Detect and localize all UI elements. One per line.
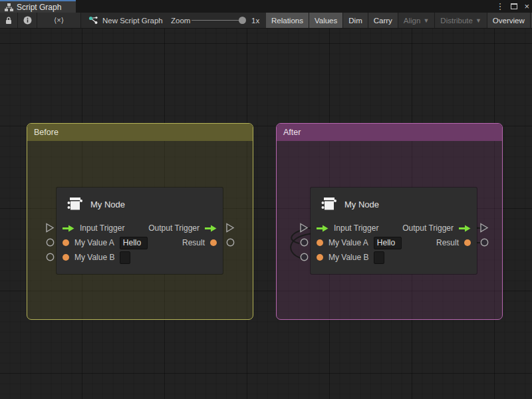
dim-toggle[interactable]: Dim (343, 13, 368, 28)
group-before-header[interactable]: Before (27, 124, 253, 141)
external-flow-port[interactable] (45, 223, 55, 233)
zoom-slider-handle[interactable] (239, 17, 246, 24)
value-b-field[interactable] (374, 251, 384, 264)
zoom-label: Zoom (171, 13, 190, 28)
value-input-port[interactable] (63, 254, 69, 261)
code-view-button[interactable]: ⟨×⟩ (37, 13, 81, 28)
value-input-port[interactable] (63, 239, 69, 246)
external-value-port[interactable] (480, 238, 489, 247)
external-flow-port[interactable] (299, 223, 309, 233)
window-menu-button[interactable]: ⋮ (495, 0, 504, 13)
script-graph-icon (88, 16, 98, 25)
graph-toolbar: ⟨×⟩ New Script Graph Zoom 1x Relations V… (0, 13, 532, 29)
external-value-port[interactable] (46, 253, 55, 261)
graph-name-label: New Script Graph (88, 13, 163, 28)
overview-button[interactable]: Overview (487, 13, 531, 28)
graph-name: New Script Graph (102, 17, 163, 25)
external-value-port[interactable] (300, 238, 309, 247)
toolbar-toggles: Relations Values Dim Carry Align ▼ Distr… (266, 13, 532, 28)
flow-output-port[interactable] (205, 225, 217, 232)
value-input-port[interactable] (317, 239, 323, 246)
node-title: My Node (344, 200, 379, 209)
values-toggle[interactable]: Values (309, 13, 343, 28)
group-after-header[interactable]: After (277, 124, 502, 141)
unit-node-icon (320, 196, 338, 213)
value-output-port[interactable] (464, 239, 471, 246)
flow-input-port[interactable] (317, 225, 329, 232)
lock-button[interactable] (0, 13, 18, 28)
lock-icon (5, 16, 13, 25)
angle-brackets-icon: ⟨×⟩ (54, 16, 64, 25)
node-my-node-after[interactable]: My Node Input Trigger Output Trigger My … (311, 188, 477, 274)
node-header: My Node (66, 196, 125, 213)
unit-node-icon (66, 196, 84, 213)
flow-output-port[interactable] (459, 225, 471, 232)
distribute-dropdown[interactable]: Distribute ▼ (435, 13, 487, 28)
external-value-port[interactable] (46, 238, 55, 247)
external-flow-port[interactable] (225, 223, 235, 233)
window-close-button[interactable]: × (524, 0, 529, 13)
relations-toggle[interactable]: Relations (266, 13, 309, 28)
node-my-node-before[interactable]: My Node Input Trigger Output Trigger My … (57, 188, 223, 274)
group-before-label: Before (34, 128, 59, 137)
group-after-label: After (283, 128, 301, 137)
zoom-value: 1x (251, 13, 259, 28)
value-input-port[interactable] (317, 254, 323, 261)
info-icon (23, 16, 32, 25)
node-header: My Node (320, 196, 379, 213)
zoom-slider-track[interactable] (192, 20, 246, 21)
window-maximize-button[interactable] (511, 3, 517, 9)
graph-canvas[interactable]: Before After My Node (0, 29, 532, 399)
value-a-field[interactable] (120, 237, 148, 249)
node-title: My Node (90, 200, 125, 209)
chevron-down-icon: ▼ (423, 17, 429, 24)
external-value-port[interactable] (300, 253, 309, 261)
carry-toggle[interactable]: Carry (368, 13, 398, 28)
tab-script-graph[interactable]: Script Graph (0, 0, 76, 13)
value-output-port[interactable] (210, 239, 217, 246)
tab-title: Script Graph (17, 3, 61, 12)
external-value-port[interactable] (226, 238, 235, 247)
value-a-field[interactable] (374, 237, 402, 249)
value-b-field[interactable] (120, 251, 130, 264)
graph-hierarchy-icon (5, 3, 13, 11)
chevron-down-icon: ▼ (475, 17, 481, 24)
window-tab-bar: Script Graph ⋮ × (0, 0, 532, 13)
external-flow-port[interactable] (479, 223, 489, 233)
flow-input-port[interactable] (63, 225, 74, 232)
align-dropdown[interactable]: Align ▼ (398, 13, 436, 28)
info-button[interactable] (18, 13, 37, 28)
